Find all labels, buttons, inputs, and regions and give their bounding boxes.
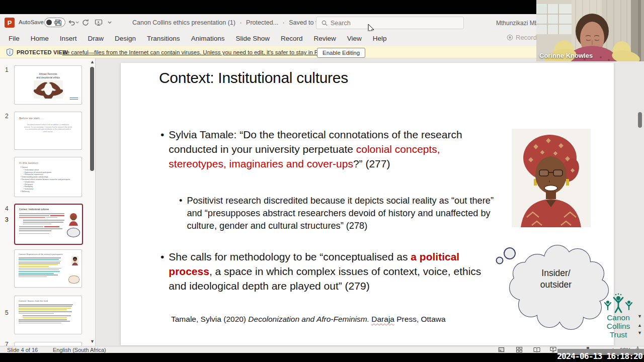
undo-dropdown-chevron-icon[interactable] xyxy=(75,21,79,24)
thumbnail-slide-4-selected[interactable]: Context: Institutional cultures xyxy=(14,204,83,245)
citation-publisher: Press, Ottawa xyxy=(394,315,446,323)
menu-transitions[interactable]: Transitions xyxy=(141,31,186,46)
title-separator: · xyxy=(283,19,285,26)
autosave-label: AutoSave xyxy=(19,19,44,25)
document-title: Canon Collins ethics presentation (1) xyxy=(132,19,235,26)
reference-citation: Tamale, Sylvia (2020) Decolonization and… xyxy=(171,315,446,324)
menu-record[interactable]: Record xyxy=(275,31,308,46)
bullet-sylvia-tamale: Sylvia Tamale: “Do the theoretical conno… xyxy=(160,127,487,171)
hands-artwork-image xyxy=(34,80,63,99)
thumbnail-slide-1[interactable]: African Feminist and decolonial ethics xyxy=(14,65,82,105)
thumb-number-1: 1 xyxy=(5,66,9,73)
menu-home[interactable]: Home xyxy=(25,31,54,46)
thumbnail-slide-2[interactable]: Before we start..... Decolonial research… xyxy=(14,112,82,150)
thumb6-body-lines xyxy=(19,304,74,323)
customize-toolbar-chevron-icon[interactable] xyxy=(108,21,112,24)
participant-name-label: Corinne Knowles xyxy=(539,52,593,59)
canon-collins-trust-logo-text: Canon Collins Trust xyxy=(598,313,638,339)
menu-design[interactable]: Design xyxy=(109,31,141,46)
thumb-scroll-down-arrow[interactable]: ▼ xyxy=(90,339,95,344)
reading-view-icon[interactable] xyxy=(533,347,540,352)
start-slideshow-icon[interactable] xyxy=(95,19,103,27)
toggle-knob-icon xyxy=(46,20,52,25)
bullet-dot xyxy=(160,249,169,293)
menu-view[interactable]: View xyxy=(342,31,367,46)
thumb-number-7: 7 xyxy=(5,341,9,346)
thumbnail-slide-5[interactable]: Context: Experiences of the research par… xyxy=(14,249,82,288)
thumb-number-3: 3 xyxy=(5,216,9,223)
thumb5-portrait-image xyxy=(71,256,78,265)
menu-draw[interactable]: Draw xyxy=(83,31,110,46)
thumb1-credit-text xyxy=(70,98,78,100)
logo-line2: Collins xyxy=(598,322,638,330)
bubble-text-line2: outsider xyxy=(523,280,589,290)
bullet2-citation: , a space in which complex issues of con… xyxy=(169,265,481,292)
citation-book-title: Decolonization and Afro-Feminism. xyxy=(248,315,369,323)
bullet2-text: She calls for methodology to be “concept… xyxy=(169,251,411,262)
powerpoint-logo-letter: P xyxy=(8,19,12,27)
record-button[interactable]: Record xyxy=(507,34,537,41)
menu-insert[interactable]: Insert xyxy=(54,31,83,46)
search-placeholder: Search xyxy=(331,20,351,27)
logo-line1: Canon xyxy=(598,313,638,322)
menu-animations[interactable]: Animations xyxy=(186,31,230,46)
slide-indicator[interactable]: Slide 4 of 16 xyxy=(7,347,38,353)
thumb2-body: Decolonial research ethics is not an add… xyxy=(24,124,72,133)
enable-editing-button[interactable]: Enable Editing xyxy=(317,48,365,58)
thumb-number-5: 5 xyxy=(5,309,9,316)
thumb-number-2: 2 xyxy=(5,113,9,120)
subbullet-text: Positivist research discredited because … xyxy=(187,195,509,232)
powerpoint-logo: P xyxy=(5,18,15,28)
bullet-methodology: She calls for methodology to be “concept… xyxy=(160,249,497,293)
letterbox-bottom xyxy=(0,353,644,362)
thumb1-title: African Feminist and decolonial ethics xyxy=(15,72,82,79)
protected-view-message[interactable]: Be careful—files from the Internet can c… xyxy=(62,49,354,55)
record-dot-icon xyxy=(507,34,513,41)
thumb5-body-lines xyxy=(19,257,62,277)
save-icon[interactable] xyxy=(54,19,62,27)
thumbnail-slide-3[interactable]: In this session Context Institutional cu… xyxy=(14,157,82,197)
protected-status[interactable]: Protected... xyxy=(246,19,278,26)
bullet1-citation: ?” (277) xyxy=(353,158,390,169)
thumb3-bullets: Context Institutional culture Experience… xyxy=(20,166,82,193)
thumb4-portrait-image xyxy=(68,213,78,226)
subbullet-positivist: Positivist research discredited because … xyxy=(179,195,509,232)
search-icon xyxy=(321,20,328,26)
status-bar: Slide 4 of 16 English (South Africa) − +… xyxy=(0,346,644,353)
thumb3-title: In this session xyxy=(19,161,82,164)
menu-review[interactable]: Review xyxy=(308,31,342,46)
slide-sorter-view-icon[interactable] xyxy=(516,347,522,352)
document-title-group: Canon Collins ethics presentation (1) · … xyxy=(132,19,338,26)
slide-canvas[interactable]: Context: Institutional cultures Sylvia T… xyxy=(121,63,614,345)
normal-view-icon[interactable] xyxy=(498,347,505,352)
thumbnail-slide-6[interactable]: Context: Stories from the field xyxy=(14,296,82,334)
recording-timestamp: 2024-06-13 16:18:20 xyxy=(555,351,644,361)
menu-slideshow[interactable]: Slide Show xyxy=(230,31,275,46)
menu-file[interactable]: File xyxy=(3,31,25,46)
citation-spellcheck-word: Daraja xyxy=(371,315,394,323)
thumb2-title: Before we start..... xyxy=(19,117,82,120)
slide-scrollbar[interactable] xyxy=(638,112,642,128)
thumb4-body-lines xyxy=(19,213,65,234)
title-separator: · xyxy=(239,19,242,26)
search-input[interactable]: Search xyxy=(316,17,464,29)
thumb5-speech-bubble xyxy=(68,276,79,284)
sylvia-tamale-photo xyxy=(512,129,591,227)
thumb4-thought-bubble xyxy=(67,228,80,237)
redo-refresh-icon[interactable] xyxy=(82,19,90,27)
canon-collins-trust-logo-icon xyxy=(602,293,634,313)
thumb3-bullet: Reflexivity xyxy=(21,191,82,193)
thumb-scroll-up-arrow[interactable]: ▲ xyxy=(90,59,95,64)
thumb5-title: Context: Experiences of the research par… xyxy=(19,253,82,255)
undo-icon[interactable] xyxy=(67,19,75,27)
video-participant-tile[interactable]: Corinne Knowles xyxy=(536,0,644,61)
menu-help[interactable]: Help xyxy=(367,31,392,46)
slide-title: Context: Institutional cultures xyxy=(159,69,348,86)
thumb-panel-scrollbar[interactable] xyxy=(90,67,94,171)
bullet-dot xyxy=(179,195,187,232)
thumb-number-4: 4 xyxy=(5,205,9,212)
citation-author: Tamale, Sylvia (2020) xyxy=(171,315,248,323)
bubble-text-line1: Insider/ xyxy=(523,268,589,279)
language-indicator[interactable]: English (South Africa) xyxy=(53,347,106,353)
thumbnail-slide-7[interactable] xyxy=(14,342,82,346)
